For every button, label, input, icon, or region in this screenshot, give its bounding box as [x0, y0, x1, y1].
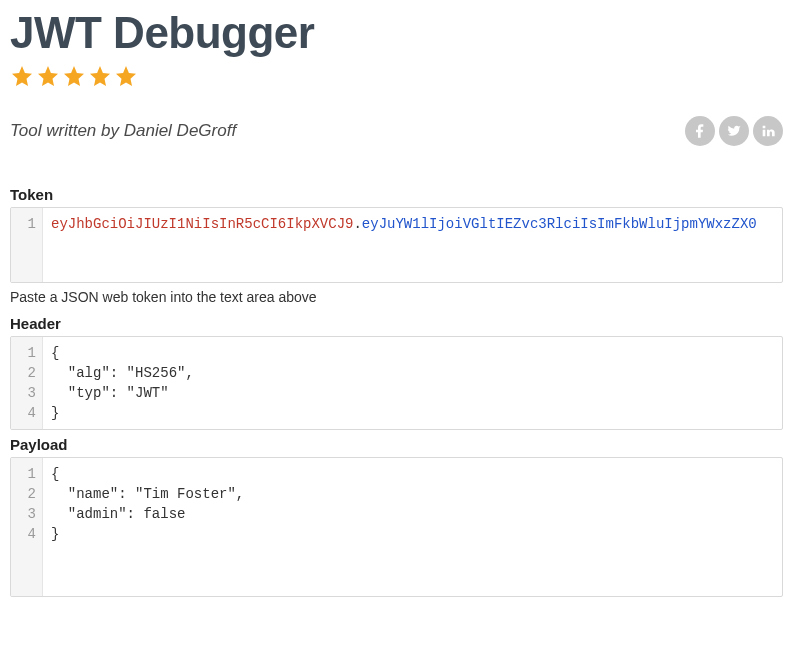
- social-share: [685, 116, 783, 146]
- twitter-icon: [726, 123, 742, 139]
- star-icon: [36, 64, 60, 88]
- header-gutter: 1234: [11, 337, 43, 429]
- rating-stars[interactable]: [10, 64, 783, 88]
- star-icon: [10, 64, 34, 88]
- token-content[interactable]: eyJhbGciOiJIUzI1NiIsInR5cCI6IkpXVCJ9.eyJ…: [43, 208, 782, 282]
- payload-output[interactable]: 1234 { "name": "Tim Foster", "admin": fa…: [10, 457, 783, 597]
- facebook-share-button[interactable]: [685, 116, 715, 146]
- byline: Tool written by Daniel DeGroff: [10, 121, 236, 141]
- header-label: Header: [10, 315, 783, 332]
- header-content: { "alg": "HS256", "typ": "JWT"}: [43, 337, 782, 429]
- token-label: Token: [10, 186, 783, 203]
- token-payload-segment: eyJuYW1lIjoiVGltIEZvc3RlciIsImFkbWluIjpm…: [362, 216, 757, 232]
- token-helper-text: Paste a JSON web token into the text are…: [10, 289, 783, 305]
- payload-content: { "name": "Tim Foster", "admin": false}: [43, 458, 782, 596]
- header-output[interactable]: 1234 { "alg": "HS256", "typ": "JWT"}: [10, 336, 783, 430]
- token-header-segment: eyJhbGciOiJIUzI1NiIsInR5cCI6IkpXVCJ9: [51, 216, 353, 232]
- star-icon: [88, 64, 112, 88]
- facebook-icon: [692, 123, 708, 139]
- payload-gutter: 1234: [11, 458, 43, 596]
- payload-label: Payload: [10, 436, 783, 453]
- star-icon: [62, 64, 86, 88]
- star-icon: [114, 64, 138, 88]
- linkedin-icon: [760, 123, 776, 139]
- page-title: JWT Debugger: [10, 8, 783, 58]
- token-input[interactable]: 1 eyJhbGciOiJIUzI1NiIsInR5cCI6IkpXVCJ9.e…: [10, 207, 783, 283]
- token-gutter: 1: [11, 208, 43, 282]
- linkedin-share-button[interactable]: [753, 116, 783, 146]
- twitter-share-button[interactable]: [719, 116, 749, 146]
